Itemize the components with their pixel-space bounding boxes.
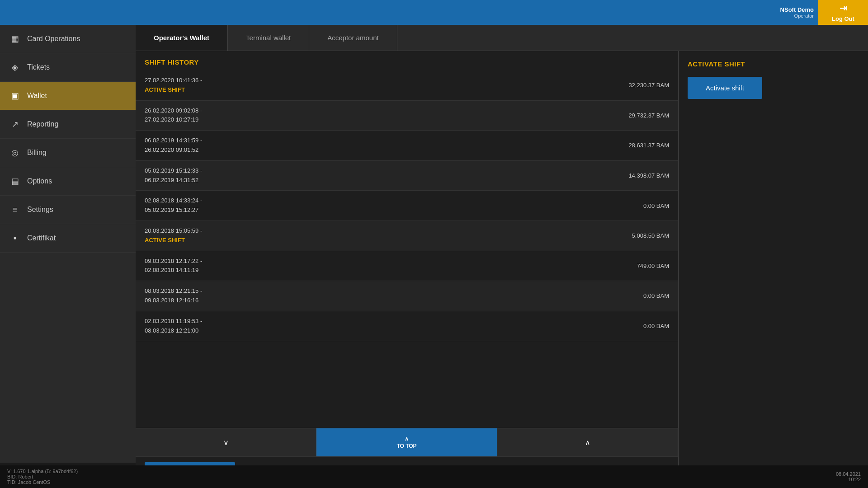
tab-label: Terminal wallet xyxy=(246,34,291,42)
header-user-info: NSoft Demo Operator xyxy=(780,6,818,19)
sidebar-item-tickets[interactable]: ◈ Tickets xyxy=(0,53,136,82)
shift-history-header: SHIFT HISTORY xyxy=(136,51,678,70)
to-top-button[interactable]: ∧ TO TOP xyxy=(316,428,497,456)
sidebar-item-label: Billing xyxy=(27,149,47,157)
logout-icon: ⇥ xyxy=(840,3,847,14)
pagination: ∨ ∧ TO TOP ∧ xyxy=(136,428,678,456)
sidebar-item-label: Reporting xyxy=(27,120,58,128)
sidebar-item-settings[interactable]: ≡ Settings xyxy=(0,196,136,224)
table-row[interactable]: 08.03.2018 12:21:15 - 09.03.2018 12:16:1… xyxy=(136,281,678,311)
table-row[interactable]: 09.03.2018 12:17:22 - 02.08.2018 14:11:1… xyxy=(136,251,678,282)
sidebar-item-label: Settings xyxy=(27,206,53,214)
shift-date: 20.03.2018 15:05:59 - ACTIVE SHIFT xyxy=(145,226,202,245)
shift-amount: 5,008.50 BAM xyxy=(632,232,669,239)
shift-amount: 32,230.37 BAM xyxy=(628,82,669,89)
sidebar-item-label: Tickets xyxy=(27,63,50,71)
tab-label: Acceptor amount xyxy=(327,34,378,42)
activate-shift-panel: ACTIVATE SHIFT Activate shift xyxy=(678,51,868,488)
shift-panel: SHIFT HISTORY 27.02.2020 10:41:36 - ACTI… xyxy=(136,51,678,488)
shift-date: 05.02.2019 15:12:33 - 06.02.2019 14:31:5… xyxy=(145,166,202,185)
certifikat-icon: ▪ xyxy=(9,232,21,244)
wallet-icon: ▣ xyxy=(9,90,21,102)
shift-date: 06.02.2019 14:31:59 - 26.02.2020 09:01:5… xyxy=(145,136,202,155)
sidebar: ▦ Card Operations ◈ Tickets ▣ Wallet ↗ R… xyxy=(0,25,136,488)
card-operations-icon: ▦ xyxy=(9,33,21,45)
time-info: 10:22 xyxy=(836,477,861,482)
user-name: NSoft Demo xyxy=(780,6,814,13)
sidebar-item-card-operations[interactable]: ▦ Card Operations xyxy=(0,25,136,53)
shift-date: 27.02.2020 10:41:36 - ACTIVE SHIFT xyxy=(145,76,202,95)
shift-amount: 0.00 BAM xyxy=(643,202,669,209)
scroll-down-button[interactable]: ∨ xyxy=(136,428,316,456)
shift-date: 26.02.2020 09:02:08 - 27.02.2020 10:27:1… xyxy=(145,106,202,125)
sidebar-item-options[interactable]: ▤ Options xyxy=(0,167,136,196)
table-row[interactable]: 26.02.2020 09:02:08 - 27.02.2020 10:27:1… xyxy=(136,101,678,131)
shift-amount: 29,732.37 BAM xyxy=(628,112,669,119)
sidebar-item-billing[interactable]: ◎ Billing xyxy=(0,139,136,167)
shift-amount: 0.00 BAM xyxy=(643,323,669,329)
tid-info: TID: Jacob CentOS xyxy=(7,479,78,485)
table-row[interactable]: 02.03.2018 11:19:53 - 08.03.2018 12:21:0… xyxy=(136,311,678,342)
reporting-icon: ↗ xyxy=(9,118,21,130)
logout-label: Log Out xyxy=(832,15,854,22)
scroll-up-button[interactable]: ∧ xyxy=(497,428,678,456)
tabs-bar: Operator's Wallet Terminal wallet Accept… xyxy=(136,25,868,51)
shift-date: 09.03.2018 12:17:22 - 02.08.2018 14:11:1… xyxy=(145,257,202,276)
shift-amount: 14,398.07 BAM xyxy=(628,172,669,179)
chevron-up-icon: ∧ xyxy=(585,438,590,447)
shift-date: 02.03.2018 11:19:53 - 08.03.2018 12:21:0… xyxy=(145,317,202,336)
status-left: V: 1.670-1.alpha (B: 9a7bd4f62) BID: Rob… xyxy=(7,469,78,485)
table-row[interactable]: 05.02.2019 15:12:33 - 06.02.2019 14:31:5… xyxy=(136,161,678,191)
table-row[interactable]: 20.03.2018 15:05:59 - ACTIVE SHIFT 5,008… xyxy=(136,221,678,251)
tab-label: Operator's Wallet xyxy=(154,34,209,42)
chevron-up-icon: ∧ xyxy=(405,436,409,442)
main-layout: ▦ Card Operations ◈ Tickets ▣ Wallet ↗ R… xyxy=(0,25,868,488)
shift-amount: 28,631.37 BAM xyxy=(628,142,669,149)
table-row[interactable]: 02.08.2018 14:33:24 - 05.02.2019 15:12:2… xyxy=(136,191,678,221)
sidebar-item-label: Card Operations xyxy=(27,35,80,43)
chevron-down-icon: ∨ xyxy=(223,438,229,447)
tickets-icon: ◈ xyxy=(9,61,21,73)
activate-shift-button[interactable]: Activate shift xyxy=(688,77,762,99)
sidebar-item-label: Wallet xyxy=(27,92,47,100)
logout-button[interactable]: ⇥ Log Out xyxy=(818,0,868,25)
user-role: Operator xyxy=(794,13,814,19)
sidebar-item-label: Certifikat xyxy=(27,234,56,242)
status-right: 08.04.2021 10:22 xyxy=(836,471,861,482)
header: NSoft Demo Operator ⇥ Log Out xyxy=(0,0,868,25)
date-info: 08.04.2021 xyxy=(836,471,861,477)
bid-info: BID: Robert xyxy=(7,474,78,479)
settings-icon: ≡ xyxy=(9,204,21,216)
sidebar-item-reporting[interactable]: ↗ Reporting xyxy=(0,110,136,139)
shift-date: 08.03.2018 12:21:15 - 09.03.2018 12:16:1… xyxy=(145,286,202,305)
sidebar-item-label: Options xyxy=(27,177,52,185)
version-info: V: 1.670-1.alpha (B: 9a7bd4f62) xyxy=(7,469,78,474)
table-row[interactable]: 06.02.2019 14:31:59 - 26.02.2020 09:01:5… xyxy=(136,131,678,161)
tab-acceptor-amount[interactable]: Acceptor amount xyxy=(309,25,397,51)
sidebar-item-certifikat[interactable]: ▪ Certifikat xyxy=(0,224,136,253)
billing-icon: ◎ xyxy=(9,147,21,159)
inner-content: SHIFT HISTORY 27.02.2020 10:41:36 - ACTI… xyxy=(136,51,868,488)
status-bar: V: 1.670-1.alpha (B: 9a7bd4f62) BID: Rob… xyxy=(0,465,868,488)
options-icon: ▤ xyxy=(9,175,21,187)
shift-date: 02.08.2018 14:33:24 - 05.02.2019 15:12:2… xyxy=(145,196,202,215)
content-area: Operator's Wallet Terminal wallet Accept… xyxy=(136,25,868,488)
tab-operators-wallet[interactable]: Operator's Wallet xyxy=(136,25,228,51)
shift-list: 27.02.2020 10:41:36 - ACTIVE SHIFT 32,23… xyxy=(136,70,678,428)
sidebar-item-wallet[interactable]: ▣ Wallet xyxy=(0,82,136,110)
activate-shift-header: ACTIVATE SHIFT xyxy=(688,60,859,68)
shift-amount: 749.00 BAM xyxy=(637,263,669,269)
tab-terminal-wallet[interactable]: Terminal wallet xyxy=(228,25,309,51)
table-row[interactable]: 27.02.2020 10:41:36 - ACTIVE SHIFT 32,23… xyxy=(136,70,678,101)
shift-amount: 0.00 BAM xyxy=(643,292,669,299)
